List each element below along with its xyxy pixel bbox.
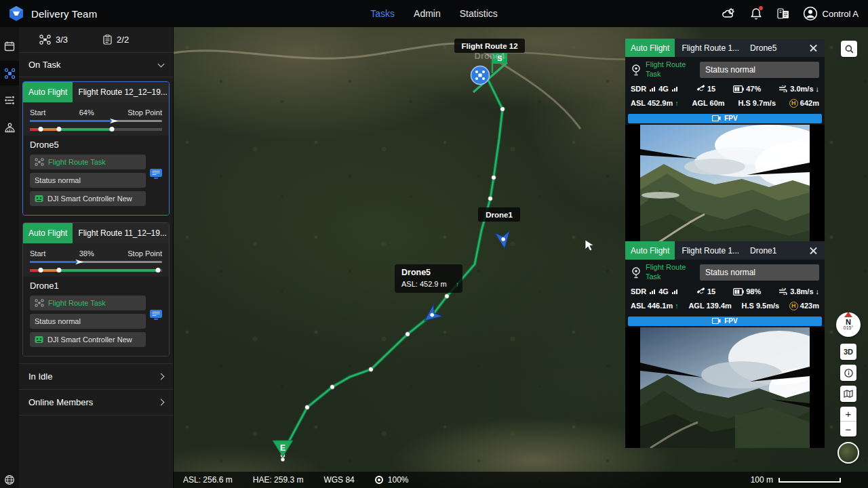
user-name: Control A [823,9,859,19]
map-hae: HAE: 259.3 m [253,475,304,485]
task-card-drone5[interactable]: Auto Flight Flight Route 12_12–19... Sta… [22,81,170,216]
wind-down-arrow: ↓ [816,287,820,296]
battery-value: 47% [746,85,761,93]
svg-text:↑: ↑ [456,281,459,288]
task-type-row[interactable]: Flight Route Task [30,296,146,310]
satellite-count: 15 [696,85,715,93]
weather-icon[interactable] [722,6,736,21]
nav-statistics[interactable]: Statistics [460,8,498,19]
panel-drone: Drone5 [750,43,776,53]
fpv-video-drone5[interactable] [625,125,825,245]
status-label: Status normal [35,176,81,184]
home-point-icon: H [789,302,798,310]
fpv-monitor-icon[interactable] [149,168,163,180]
sdr-label: SDR [631,85,646,93]
start-label: Start [30,108,45,117]
members-icon[interactable] [0,115,19,140]
task-type-row[interactable]: Flight Route Task [30,155,146,169]
fpv-panel-drone1: Auto Flight Flight Route 1... Drone1 Fli… [625,241,825,440]
fpv-panel-drone5: Auto Flight Flight Route 1... Drone5 Fli… [625,39,825,237]
fpv-button[interactable]: FPV [628,317,822,326]
routes-icon[interactable] [0,88,19,113]
svg-text:Drone5: Drone5 [401,268,431,277]
svg-text:Drone1: Drone1 [486,211,513,219]
nav-tasks[interactable]: Tasks [370,8,395,19]
auto-flight-badge: Auto Flight [23,223,73,243]
battery-level: 98% [733,287,761,296]
zoom-out-button[interactable]: − [840,422,856,436]
fpv-video-drone1[interactable] [625,327,825,448]
gps-accuracy: 100% [375,475,409,485]
progress-percent: 64% [79,108,94,117]
hs-stat: H.S 9.5m/s [742,302,780,310]
zoom-control: + − [840,407,856,436]
compass-n: N [846,319,851,325]
globe-icon[interactable] [0,474,19,485]
hs-stat: H.S 9.7m/s [738,99,776,107]
wind-value: 3.8m/s [790,287,813,296]
schedule-icon[interactable] [0,34,19,58]
link-signal: SDR 4G [631,85,679,93]
battery-icon [733,288,744,296]
section-online-members[interactable]: Online Members [19,389,173,415]
hs-value: H.S 9.5m/s [742,302,780,310]
section-in-idle[interactable]: In Idle [19,363,173,389]
net-label: 4G [658,85,669,93]
map-datum[interactable]: WGS 84 [323,475,354,485]
map-status-bar: ASL: 256.6 m HAE: 259.3 m WGS 84 100% 10… [174,472,868,488]
start-label: Start [30,249,45,258]
scale-bar [778,478,841,483]
zoom-in-button[interactable]: + [840,407,856,422]
signal-bars-icon [650,87,655,92]
close-icon[interactable] [808,43,819,54]
controller-row[interactable]: DJI Smart Controller New [30,332,146,347]
panel-status[interactable]: Status normal [700,62,819,78]
section-on-task[interactable]: On Task [19,53,173,77]
nav-admin[interactable]: Admin [414,8,441,19]
asl-value: ASL 452.9m [631,99,673,107]
drone-icon [35,158,44,166]
controller-row[interactable]: DJI Smart Controller New [30,191,146,206]
wind-icon [778,85,788,92]
stop-label: Stop Point [127,108,162,117]
fpv-monitor-icon[interactable] [149,309,163,321]
panel-task-type: Flight Route Task [646,60,696,79]
panel-drone: Drone1 [750,246,776,256]
camera-icon [712,115,721,121]
wind-speed: 3.0m/s ↓ [778,85,819,93]
map-3d-button[interactable]: 3D [840,344,856,360]
status-row[interactable]: Status normal [30,314,146,329]
map-info-button[interactable] [840,365,856,381]
map-search-button[interactable] [841,41,857,57]
compass-control[interactable]: N 015° [836,312,861,337]
notifications-bell-icon[interactable] [749,6,764,21]
home-value: 423m [800,302,819,310]
drone1-position-marker [495,231,512,250]
status-row[interactable]: Status normal [30,173,146,188]
agl-value: AGL 60m [692,99,724,107]
battery-icon [733,85,744,93]
chevron-down-icon [158,60,165,67]
map-layers-button[interactable] [840,386,856,402]
waypoint-dots [281,107,505,458]
close-icon[interactable] [808,245,819,256]
user-account[interactable]: Control A [803,6,859,21]
task-card-drone1[interactable]: Auto Flight Flight Route 11_12–19... Sta… [22,222,170,357]
accuracy-value: 100% [388,475,409,485]
basemap-toggle[interactable] [837,442,859,464]
compass-heading: 015° [844,325,853,331]
info-icon [844,369,853,378]
main-nav: Tasks Admin Statistics [370,8,498,19]
agl-stat: AGL 139.4m [688,302,731,310]
task-type-label: Flight Route Task [48,158,106,166]
home-point-icon: H [789,99,798,108]
fleet-tasks-icon[interactable] [0,61,19,85]
panel-status[interactable]: Status normal [700,264,819,281]
accuracy-icon [375,476,383,484]
hs-value: H.S 9.7m/s [738,99,776,107]
notification-dot [759,6,763,10]
devices-icon[interactable] [776,6,791,21]
fpv-button[interactable]: FPV [628,114,822,123]
north-needle-icon [844,312,852,317]
fpv-label: FPV [724,317,737,325]
